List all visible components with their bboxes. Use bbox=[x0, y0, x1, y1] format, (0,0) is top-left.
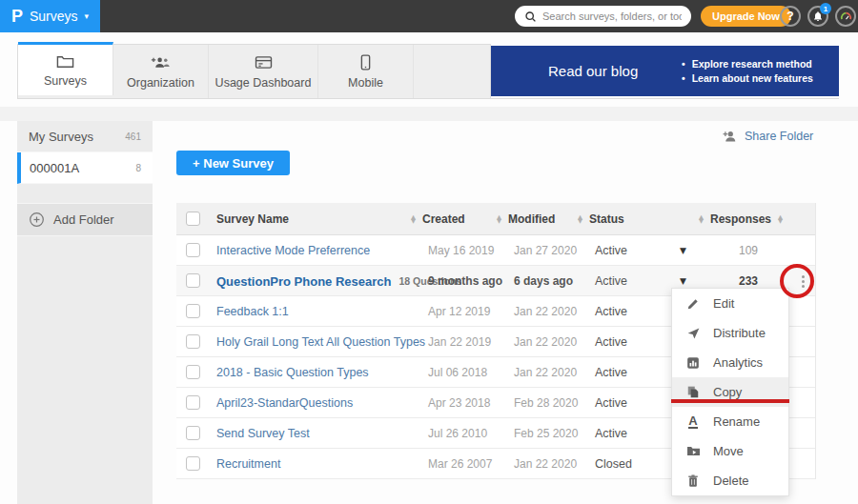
menu-item-move[interactable]: Move bbox=[672, 436, 788, 466]
tab-bar-divider bbox=[17, 98, 839, 99]
survey-name-link[interactable]: Holy Grail Long Text All Question Types bbox=[216, 335, 425, 349]
sort-icon: ▲▼ bbox=[778, 215, 783, 223]
folder-count: 8 bbox=[135, 163, 141, 173]
menu-item-distribute[interactable]: Distribute bbox=[672, 318, 788, 348]
table-row[interactable]: Interactive Mode Preferrence May 16 2019… bbox=[176, 235, 815, 266]
row-checkbox[interactable] bbox=[186, 334, 200, 349]
tab-usage-dashboard[interactable]: Usage Dashboard bbox=[209, 45, 318, 98]
share-folder-link[interactable]: Share Folder bbox=[722, 130, 813, 143]
created-cell: Jan 22 2019 bbox=[428, 327, 509, 357]
select-all-checkbox[interactable] bbox=[186, 212, 200, 226]
header-created[interactable]: ▲▼Created bbox=[411, 203, 465, 235]
status-cell: Active bbox=[595, 296, 662, 327]
folder-icon bbox=[56, 52, 74, 70]
created-cell: 9 months ago bbox=[428, 266, 509, 296]
usage-meter-button[interactable] bbox=[835, 6, 856, 27]
menu-item-edit[interactable]: Edit bbox=[672, 289, 788, 318]
gauge-icon bbox=[840, 10, 852, 23]
menu-item-copy[interactable]: Copy bbox=[672, 377, 788, 407]
created-cell: Apr 12 2019 bbox=[428, 296, 509, 327]
row-checkbox[interactable] bbox=[186, 273, 200, 288]
sidebar-item-my-surveys[interactable]: My Surveys461 bbox=[17, 121, 153, 152]
header-status[interactable]: ▲▼Status bbox=[578, 203, 624, 235]
row-checkbox[interactable] bbox=[186, 365, 200, 379]
trash-icon bbox=[685, 474, 701, 489]
move-icon bbox=[685, 444, 701, 459]
row-context-menu: EditDistributeAnalyticsCopyARenameMoveDe… bbox=[671, 288, 789, 496]
status-cell: Active bbox=[595, 418, 662, 449]
created-cell: May 16 2019 bbox=[428, 235, 509, 266]
blog-banner-bullets: Explore research methodLearn about new f… bbox=[682, 55, 813, 87]
survey-name-link[interactable]: Recruitment bbox=[216, 457, 280, 471]
search-icon bbox=[524, 10, 537, 23]
send-icon bbox=[685, 326, 701, 341]
header-responses[interactable]: ▲▼Responses▲▼ bbox=[699, 203, 783, 235]
tab-surveys[interactable]: Surveys bbox=[18, 42, 113, 95]
modified-cell: Jan 27 2020 bbox=[514, 235, 590, 266]
status-cell: Active bbox=[595, 357, 662, 388]
status-dropdown-caret[interactable]: ▼ bbox=[680, 235, 699, 266]
menu-item-label: Edit bbox=[713, 296, 734, 311]
blog-banner[interactable]: Read our blog Explore research methodLea… bbox=[491, 46, 839, 96]
row-checkbox[interactable] bbox=[186, 243, 200, 257]
menu-item-rename[interactable]: ARename bbox=[672, 407, 788, 436]
created-cell: Jul 06 2018 bbox=[428, 357, 509, 388]
survey-name-link[interactable]: Interactive Mode Preferrence bbox=[216, 244, 370, 257]
menu-item-analytics[interactable]: Analytics bbox=[672, 348, 788, 377]
status-cell: Closed bbox=[595, 449, 662, 479]
product-switcher[interactable]: P Surveys ▾ bbox=[0, 0, 100, 32]
upgrade-now-button[interactable]: Upgrade Now bbox=[701, 6, 791, 27]
tab-organization[interactable]: Organization bbox=[113, 45, 209, 98]
global-search[interactable] bbox=[515, 6, 691, 27]
survey-name-link[interactable]: 2018 - Basic Question Types bbox=[216, 366, 369, 379]
header-survey-name[interactable]: Survey Name bbox=[216, 203, 289, 235]
plus-circle-icon bbox=[29, 212, 45, 228]
sort-icon: ▲▼ bbox=[411, 215, 416, 223]
modified-cell: Jan 22 2020 bbox=[514, 327, 590, 357]
row-checkbox[interactable] bbox=[186, 304, 200, 318]
modified-cell: 6 days ago bbox=[514, 266, 590, 296]
row-checkbox[interactable] bbox=[186, 426, 200, 440]
sort-icon: ▲▼ bbox=[497, 215, 501, 223]
modified-cell: Jan 22 2020 bbox=[514, 296, 590, 327]
blog-banner-title: Read our blog bbox=[548, 63, 682, 79]
survey-name-link[interactable]: Feedback 1:1 bbox=[216, 305, 289, 318]
survey-name-link[interactable]: April23-StandarQuestions bbox=[216, 396, 353, 410]
add-folder-button[interactable]: Add Folder bbox=[17, 203, 153, 236]
sidebar-item-000001a[interactable]: 000001A8 bbox=[17, 152, 153, 184]
pencil-icon bbox=[685, 296, 701, 312]
blog-banner-bullet: Explore research method bbox=[682, 58, 813, 70]
survey-name-link[interactable]: QuestionPro Phone Research bbox=[216, 274, 392, 289]
folder-count: 461 bbox=[125, 131, 141, 142]
blog-banner-bullet: Learn about new features bbox=[682, 72, 813, 84]
content-top-band bbox=[0, 107, 858, 121]
responses-cell: 109 bbox=[701, 235, 758, 266]
dashboard-icon bbox=[255, 54, 273, 71]
app-window: P Surveys ▾ Upgrade Now ? 1 SurveysOrgan… bbox=[0, 0, 858, 504]
menu-item-delete[interactable]: Delete bbox=[672, 466, 788, 495]
menu-item-label: Distribute bbox=[713, 326, 766, 340]
row-checkbox[interactable] bbox=[186, 456, 200, 471]
notifications-button[interactable]: 1 bbox=[807, 6, 828, 27]
tab-label: Mobile bbox=[348, 76, 383, 90]
status-cell: Active bbox=[595, 388, 662, 418]
folder-label: 000001A bbox=[30, 161, 79, 175]
help-button[interactable]: ? bbox=[780, 6, 801, 27]
tab-mobile[interactable]: Mobile bbox=[318, 45, 414, 98]
tab-bar-filler bbox=[414, 45, 490, 98]
new-survey-button[interactable]: + New Survey bbox=[176, 151, 290, 175]
row-actions-kebab-button[interactable] bbox=[794, 272, 811, 290]
modified-cell: Jan 22 2020 bbox=[514, 449, 590, 479]
status-cell: Active bbox=[595, 327, 662, 357]
menu-item-label: Move bbox=[713, 444, 744, 458]
created-cell: Jul 26 2010 bbox=[428, 418, 509, 449]
chevron-down-icon: ▾ bbox=[85, 11, 90, 21]
header-modified[interactable]: ▲▼Modified bbox=[497, 203, 555, 235]
modified-cell: Feb 25 2020 bbox=[514, 418, 590, 449]
survey-name-link[interactable]: Send Survey Test bbox=[216, 427, 310, 440]
add-folder-label: Add Folder bbox=[53, 212, 114, 227]
menu-item-label: Delete bbox=[713, 474, 749, 488]
search-input[interactable] bbox=[542, 10, 682, 22]
row-checkbox[interactable] bbox=[186, 395, 200, 410]
question-mark-icon: ? bbox=[786, 10, 793, 23]
